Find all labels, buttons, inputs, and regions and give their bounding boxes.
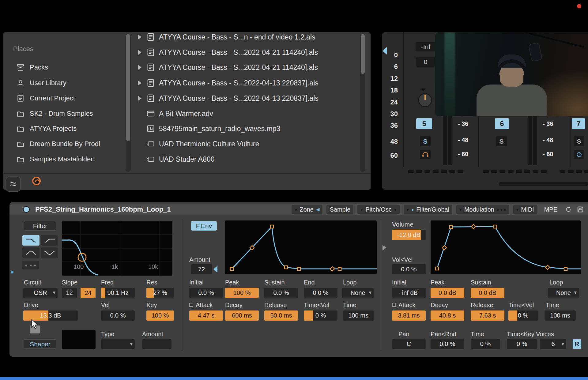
key-slider[interactable]: 100 % bbox=[146, 310, 174, 321]
expand-arrow-icon[interactable] bbox=[138, 50, 142, 55]
browser-toggle-button[interactable]: ≈ bbox=[6, 176, 21, 192]
sidebar-item-packs[interactable]: Packs bbox=[3, 60, 124, 75]
sidebar-item-dream-bundle[interactable]: Dream Bundle By Prodi bbox=[3, 136, 124, 152]
global-time-slider[interactable]: 0 % bbox=[471, 339, 500, 349]
volume-envelope-display[interactable] bbox=[431, 220, 581, 274]
slope-24-button[interactable]: 24 bbox=[81, 288, 96, 298]
shaper-amount-slider[interactable] bbox=[142, 339, 172, 349]
file-row[interactable]: ATYYA Course - Bass - S...2022-04-21 114… bbox=[138, 45, 360, 60]
sidebar-item-atyya-projects[interactable]: ATYYA Projects bbox=[3, 121, 124, 136]
sidebar-scrollbar[interactable] bbox=[126, 33, 131, 172]
tab-pitch-osc[interactable]: ●Pitch/Osc● bbox=[357, 205, 399, 214]
vol-initial-slider[interactable]: -inf dB bbox=[392, 288, 426, 298]
volume-slider[interactable]: -12.0 dB bbox=[392, 230, 426, 240]
gain-value[interactable]: 0 bbox=[416, 57, 435, 67]
shaper-button[interactable]: Shaper bbox=[24, 339, 56, 349]
fenv-attack-checkbox[interactable] bbox=[189, 303, 193, 307]
filter-env-header-button[interactable]: F.Env bbox=[191, 221, 217, 231]
filter-type-lowpass-button[interactable] bbox=[22, 235, 40, 246]
vel-slider[interactable]: 0.0 % bbox=[101, 310, 135, 321]
expand-arrow-icon[interactable] bbox=[138, 35, 142, 40]
track-number-button[interactable]: 6 bbox=[495, 118, 509, 129]
expand-arrow-icon[interactable] bbox=[138, 65, 142, 70]
sync-icon[interactable] bbox=[564, 205, 572, 213]
cue-button[interactable] bbox=[574, 150, 584, 159]
sidebar-item-samples-mastafolder[interactable]: Samples Mastafolder! bbox=[3, 152, 124, 167]
tab-mpe[interactable]: MPE bbox=[541, 205, 560, 214]
pan-knob[interactable] bbox=[418, 93, 432, 107]
sidebar-item-sk2-drum-samples[interactable]: SK2 - Drum Samples bbox=[3, 106, 124, 121]
device-activator[interactable] bbox=[23, 206, 30, 213]
filter-type-morph-button[interactable] bbox=[22, 261, 39, 269]
track-number-button[interactable]: 5 bbox=[416, 118, 432, 129]
tab-filter-global[interactable]: ●●Filter/Global bbox=[404, 205, 453, 214]
cue-button[interactable] bbox=[420, 150, 431, 159]
fenv-time-slider[interactable]: 100 ms bbox=[343, 310, 374, 321]
expand-arrow-icon[interactable] bbox=[138, 81, 142, 85]
filter-header-button[interactable]: Filter bbox=[24, 221, 56, 231]
expand-arrow-icon[interactable] bbox=[138, 96, 142, 101]
freq-slider[interactable]: 90.1 Hz bbox=[101, 288, 135, 298]
file-row[interactable]: UAD Studer A800 bbox=[138, 152, 360, 167]
vol-decay-slider[interactable]: 40.8 s bbox=[431, 310, 464, 321]
fenv-peak-slider[interactable]: 100 % bbox=[225, 288, 259, 298]
panrnd-slider[interactable]: 0.0 % bbox=[431, 339, 464, 349]
tab-zone[interactable]: ●Zone◀ bbox=[292, 205, 322, 214]
vol-sustain-slider[interactable]: 0.0 dB bbox=[471, 288, 504, 298]
spinner-left-icon[interactable] bbox=[213, 266, 217, 273]
fenv-decay-slider[interactable]: 600 ms bbox=[225, 310, 259, 321]
tab-midi[interactable]: ●MIDI bbox=[513, 205, 537, 214]
fenv-timevel-slider[interactable]: 0 % bbox=[304, 310, 337, 321]
preview-headphone-icon[interactable] bbox=[32, 177, 41, 185]
fenv-initial-slider[interactable]: 0.0 % bbox=[189, 288, 223, 298]
vol-time-slider[interactable]: 100 ms bbox=[545, 310, 576, 321]
filter-response-display[interactable]: 100 1k 10k bbox=[62, 221, 172, 276]
vol-attack-checkbox[interactable] bbox=[392, 303, 396, 307]
res-slider[interactable]: 27 % bbox=[146, 288, 174, 298]
slope-12-button[interactable]: 12 bbox=[62, 288, 77, 298]
solo-button[interactable]: S bbox=[574, 136, 584, 146]
file-row[interactable]: 584795main_saturn_radio_waves.mp3 bbox=[138, 121, 360, 136]
vol-release-slider[interactable]: 7.63 s bbox=[471, 310, 504, 321]
voices-select[interactable]: 6 bbox=[540, 339, 566, 349]
tab-sample[interactable]: Sample bbox=[326, 205, 353, 214]
file-row[interactable]: ATYYA Course - Bass - S...n - end of vid… bbox=[138, 29, 360, 45]
file-row[interactable]: ATYYA Course - Bass - S...2022-04-13 220… bbox=[138, 91, 360, 106]
meter-peak-value[interactable]: -Inf bbox=[416, 42, 436, 51]
collapse-left-icon[interactable]: ◀ bbox=[316, 207, 320, 212]
filter-type-notch-button[interactable] bbox=[41, 247, 58, 258]
vol-loop-select[interactable]: None bbox=[548, 288, 579, 298]
device-titlebar[interactable]: PFS2_String_Harmonics_160bpm_Loop_1 ●Zon… bbox=[9, 204, 588, 215]
fenv-amount-slider[interactable]: 72 bbox=[191, 264, 212, 274]
circuit-select[interactable]: OSR bbox=[23, 288, 58, 298]
retrigger-button[interactable]: R bbox=[573, 339, 581, 349]
vol-attack-slider[interactable]: 3.81 ms bbox=[392, 310, 426, 321]
fenv-end-slider[interactable]: 0.0 % bbox=[304, 288, 337, 298]
tab-modulation[interactable]: ●Modulation● ● ● bbox=[456, 205, 509, 214]
volvel-slider[interactable]: 0.0 % bbox=[392, 264, 426, 274]
filter-envelope-display[interactable] bbox=[225, 220, 377, 274]
shaper-display[interactable] bbox=[62, 330, 96, 349]
file-row[interactable]: ATYYA Course - Bass - S...2022-04-21 114… bbox=[138, 60, 360, 75]
sidebar-item-current-project[interactable]: Current Project bbox=[3, 91, 124, 106]
filter-type-bandpass-button[interactable] bbox=[22, 247, 40, 258]
file-row[interactable]: ATYYA Course - Bass - S...2022-04-13 220… bbox=[138, 75, 360, 91]
vol-peak-slider[interactable]: 0.0 dB bbox=[431, 288, 464, 298]
fenv-sustain-slider[interactable]: 0.0 % bbox=[264, 288, 298, 298]
video-progress-bar[interactable] bbox=[0, 377, 588, 380]
save-icon[interactable] bbox=[576, 205, 584, 213]
vol-timevel-slider[interactable]: 0 % bbox=[508, 310, 538, 321]
solo-button[interactable]: S bbox=[496, 136, 507, 146]
fenv-attack-slider[interactable]: 4.47 s bbox=[189, 310, 223, 321]
sidebar-item-user-library[interactable]: User Library bbox=[3, 75, 124, 91]
solo-button[interactable]: S bbox=[420, 136, 431, 146]
file-row[interactable]: UAD Thermionic Culture Vulture bbox=[138, 136, 360, 152]
section-arrow-icon[interactable] bbox=[383, 245, 386, 250]
track-number-button[interactable]: 7 bbox=[572, 118, 585, 129]
timekey-slider[interactable]: 0 % bbox=[507, 339, 537, 349]
pan-slider[interactable]: C bbox=[392, 339, 426, 349]
fenv-release-slider[interactable]: 50.0 ms bbox=[264, 310, 298, 321]
horizontal-scrollbar[interactable] bbox=[499, 182, 588, 186]
filter-type-highpass-button[interactable] bbox=[41, 235, 58, 246]
filelist-scrollbar[interactable] bbox=[360, 33, 365, 172]
